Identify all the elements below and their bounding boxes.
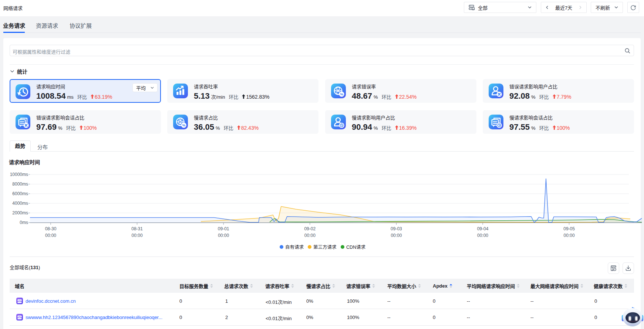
svg-text:%: % bbox=[340, 92, 343, 96]
svg-text:%: % bbox=[182, 123, 186, 127]
svg-text:08-31: 08-31 bbox=[131, 226, 143, 231]
svg-text:00:00: 00:00 bbox=[564, 233, 575, 238]
svg-text:09-04: 09-04 bbox=[477, 226, 489, 231]
svg-text:00:00: 00:00 bbox=[477, 233, 488, 238]
svg-text:09-02: 09-02 bbox=[304, 226, 316, 231]
svg-text:00:00: 00:00 bbox=[391, 233, 402, 238]
svg-text:00:00: 00:00 bbox=[132, 233, 143, 238]
svg-text:00:00: 00:00 bbox=[304, 233, 316, 238]
svg-text:8000ms: 8000ms bbox=[12, 182, 28, 187]
svg-text:6000ms: 6000ms bbox=[12, 191, 28, 196]
svg-text:00:00: 00:00 bbox=[218, 233, 229, 238]
svg-text:4000ms: 4000ms bbox=[12, 201, 28, 206]
svg-text:09-03: 09-03 bbox=[391, 226, 402, 231]
svg-text:09-01: 09-01 bbox=[218, 226, 229, 231]
svg-text:2000ms: 2000ms bbox=[12, 210, 28, 216]
svg-text:00:00: 00:00 bbox=[45, 233, 56, 238]
svg-text:08-30: 08-30 bbox=[45, 226, 57, 231]
svg-text:10000ms: 10000ms bbox=[10, 172, 28, 177]
svg-text:09-05: 09-05 bbox=[563, 226, 575, 231]
svg-text:0ms: 0ms bbox=[20, 220, 28, 225]
